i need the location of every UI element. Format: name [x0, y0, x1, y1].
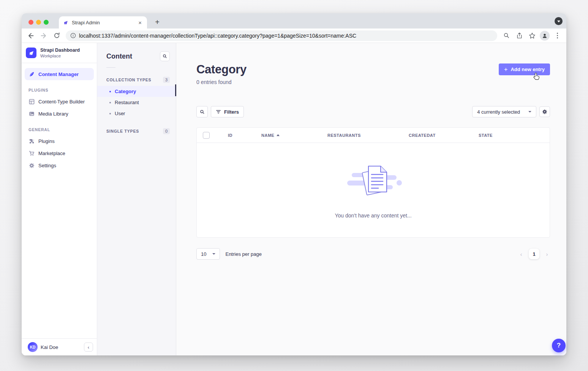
bullet-icon [109, 91, 111, 92]
main-content: Category 0 entries found + Add new entry [176, 43, 566, 355]
collection-types-count-badge: 3 [163, 77, 170, 83]
layout-grid-icon [28, 98, 35, 105]
gear-icon [28, 162, 35, 168]
search-icon [200, 109, 205, 114]
table-empty-state: You don't have any content yet... [197, 143, 550, 237]
plugins-section-label: PLUGINS [28, 88, 97, 92]
help-button[interactable]: ? [552, 339, 566, 352]
previous-page-button[interactable]: ‹ [518, 251, 524, 257]
collection-type-label: User [115, 111, 125, 116]
sidebar-item-media-library[interactable]: Media Library [25, 108, 94, 120]
column-header-id[interactable]: ID [228, 133, 261, 138]
strapi-logo-icon [26, 48, 36, 58]
user-avatar: KD [28, 342, 38, 352]
forward-icon[interactable] [38, 30, 49, 41]
tab-title: Strapi Admin [72, 20, 134, 25]
table-header-row: ID NAME RESTAURANTS CREATEDAT STATE [197, 128, 550, 143]
empty-content-illustration [345, 162, 402, 203]
gear-icon [542, 109, 547, 114]
add-new-entry-button[interactable]: + Add new entry [499, 63, 550, 75]
entries-per-page-label: Entries per page [225, 251, 261, 257]
back-icon[interactable] [25, 30, 36, 41]
sidebar-item-label: Plugins [38, 138, 55, 144]
content-panel-heading: Content [106, 52, 132, 60]
sidebar-user-row[interactable]: KD Kai Doe ‹ [22, 338, 97, 355]
pen-feather-icon [28, 71, 35, 77]
bookmark-star-icon[interactable] [527, 30, 537, 41]
sidebar-item-label: Settings [38, 163, 56, 168]
browser-window: Strapi Admin × + localhost:1337/admin/co… [22, 13, 566, 355]
filters-button[interactable]: Filters [211, 106, 244, 117]
new-tab-button[interactable]: + [152, 17, 162, 27]
window-close-button[interactable] [28, 20, 33, 25]
collection-type-label: Restaurant [115, 100, 139, 105]
search-icon [163, 54, 167, 59]
tab-close-icon[interactable]: × [137, 19, 143, 26]
browser-tab[interactable]: Strapi Admin × [59, 16, 147, 29]
sidebar-item-content-manager[interactable]: Content Manager [25, 68, 94, 80]
pagination-bar: 10 Entries per page ‹ 1 › [196, 248, 550, 260]
url-bar[interactable]: localhost:1337/admin/content-manager/col… [66, 30, 497, 41]
collection-type-label: Category [115, 89, 136, 94]
divider [106, 67, 115, 68]
empty-state-text: You don't have any content yet... [335, 212, 411, 219]
content-search-button[interactable] [160, 51, 170, 61]
collection-type-user[interactable]: User [97, 108, 176, 119]
table-settings-button[interactable] [539, 106, 550, 117]
browser-dropdown-circle-icon[interactable] [555, 17, 563, 25]
single-types-count-badge: 0 [163, 128, 170, 134]
filter-lines-icon [216, 109, 221, 114]
columns-selected-value: 4 currently selected [477, 109, 520, 115]
select-all-checkbox[interactable] [203, 132, 210, 139]
info-icon [70, 33, 76, 38]
zoom-icon[interactable] [501, 30, 512, 41]
browser-profile-avatar[interactable] [540, 31, 550, 41]
collection-type-restaurant[interactable]: Restaurant [97, 97, 176, 108]
sidebar-item-label: Media Library [38, 111, 68, 117]
picture-icon [28, 111, 35, 117]
share-icon[interactable] [514, 30, 525, 41]
general-section-label: GENERAL [28, 127, 97, 132]
sidebar-item-label: Content Manager [38, 71, 79, 77]
browser-tab-strip: Strapi Admin × + [22, 13, 566, 29]
column-header-state[interactable]: STATE [479, 133, 493, 138]
brand-subtitle: Workplace [40, 54, 80, 58]
table-search-button[interactable] [196, 106, 208, 117]
puzzle-icon [28, 138, 35, 144]
page-title: Category [196, 63, 247, 76]
window-zoom-button[interactable] [44, 20, 49, 25]
sidebar-item-label: Content-Type Builder [38, 99, 85, 105]
sort-ascending-icon [277, 134, 280, 136]
caret-down-icon [212, 253, 215, 255]
app-sidebar: Strapi Dashboard Workplace Content Manag… [22, 43, 97, 355]
strapi-favicon-icon [63, 19, 69, 25]
brand[interactable]: Strapi Dashboard Workplace [22, 43, 97, 63]
sidebar-item-content-type-builder[interactable]: Content-Type Builder [25, 95, 94, 108]
columns-selected-dropdown[interactable]: 4 currently selected [472, 106, 536, 117]
brand-title: Strapi Dashboard [40, 48, 80, 53]
add-new-entry-label: Add new entry [511, 67, 545, 72]
column-header-name[interactable]: NAME [261, 133, 327, 138]
bullet-icon [109, 113, 111, 114]
sidebar-item-plugins[interactable]: Plugins [25, 135, 94, 147]
single-types-label: SINGLE TYPES [106, 129, 139, 133]
page-number-button[interactable]: 1 [529, 249, 539, 259]
sidebar-item-settings[interactable]: Settings [25, 159, 94, 171]
next-page-button[interactable]: › [544, 251, 550, 257]
page-size-select[interactable]: 10 [196, 248, 220, 260]
cart-icon [28, 150, 35, 156]
column-header-createdat[interactable]: CREATEDAT [409, 133, 479, 138]
sidebar-item-marketplace[interactable]: Marketplace [25, 147, 94, 159]
browser-menu-icon[interactable] [552, 30, 563, 41]
window-minimize-button[interactable] [36, 20, 41, 25]
bullet-icon [109, 102, 111, 103]
caret-down-icon [528, 111, 531, 113]
sidebar-item-label: Marketplace [38, 151, 65, 156]
page-size-value: 10 [201, 251, 206, 257]
filters-label: Filters [224, 109, 239, 115]
collection-type-category[interactable]: Category [97, 86, 176, 97]
collapse-sidebar-button[interactable]: ‹ [84, 342, 93, 352]
reload-icon[interactable] [51, 30, 62, 41]
user-name: Kai Doe [41, 344, 81, 350]
column-header-restaurants[interactable]: RESTAURANTS [327, 133, 409, 138]
